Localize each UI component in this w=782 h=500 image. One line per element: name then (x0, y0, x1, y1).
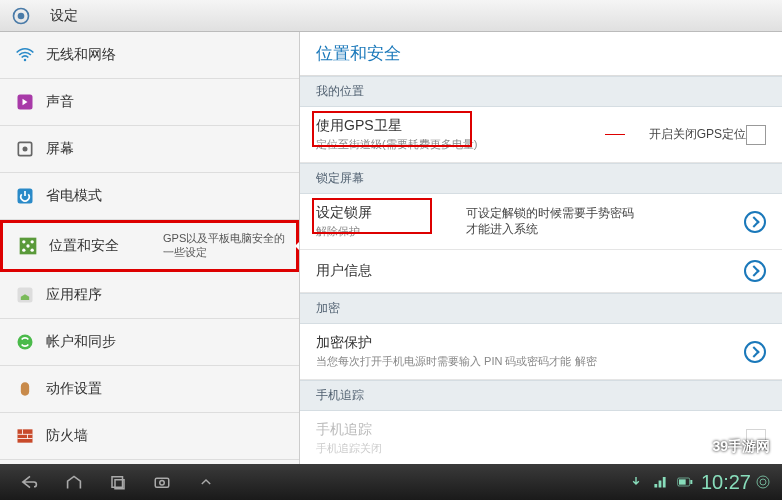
gps-checkbox[interactable] (746, 125, 766, 145)
app-header: 设定 (0, 0, 782, 32)
row-sub: 手机追踪关闭 (316, 441, 746, 456)
svg-point-14 (18, 335, 33, 350)
gear-icon (10, 5, 32, 27)
row-sub: 定位至街道级(需要耗费更多电量) (316, 137, 601, 152)
download-icon (629, 475, 643, 489)
svg-point-29 (760, 479, 766, 485)
sidebar: 无线和网络 声音 屏幕 省电模式 位置和安全 GPS以及平板电脑安全的一些设定 … (0, 32, 300, 464)
row-title: 加密保护 (316, 334, 744, 352)
battery-icon (677, 476, 693, 488)
apps-icon (14, 284, 36, 306)
recent-button[interactable] (98, 468, 138, 496)
screenshot-button[interactable] (142, 468, 182, 496)
clock[interactable]: 10:27 (701, 471, 772, 494)
annotation-text: 可设定解锁的时候需要手势密码 才能进入系统 (466, 206, 634, 237)
sidebar-item-firewall[interactable]: 防火墙 (0, 413, 299, 460)
svg-point-1 (18, 12, 25, 19)
row-title: 用户信息 (316, 262, 744, 280)
svg-point-24 (160, 481, 165, 486)
svg-point-10 (22, 249, 25, 252)
firewall-icon (14, 425, 36, 447)
svg-point-5 (23, 147, 28, 152)
sidebar-item-sound[interactable]: 声音 (0, 79, 299, 126)
section-encryption: 加密 (300, 293, 782, 324)
sidebar-label: 无线和网络 (46, 46, 116, 64)
content-panel: 位置和安全 我的位置 使用GPS卫星 定位至街道级(需要耗费更多电量) 开启关闭… (300, 32, 782, 464)
svg-point-28 (757, 476, 769, 488)
signal-icon (653, 475, 667, 489)
annotation-line (605, 134, 625, 135)
section-phone-trace: 手机追踪 (300, 380, 782, 411)
back-button[interactable] (10, 468, 50, 496)
wifi-icon (14, 44, 36, 66)
svg-point-12 (26, 244, 29, 247)
sidebar-label: 位置和安全 (49, 237, 119, 255)
sidebar-item-wireless[interactable]: 无线和网络 (0, 32, 299, 79)
menu-up-button[interactable] (186, 468, 226, 496)
row-title: 设定锁屏 (316, 204, 446, 222)
content-title: 位置和安全 (300, 32, 782, 76)
chevron-right-icon[interactable] (744, 260, 766, 282)
row-trace: 手机追踪 手机追踪关闭 (300, 411, 782, 464)
sidebar-item-power[interactable]: 省电模式 (0, 173, 299, 220)
sidebar-label: 帐户和同步 (46, 333, 116, 351)
sidebar-label: 屏幕 (46, 140, 74, 158)
chevron-right-icon[interactable] (744, 341, 766, 363)
svg-rect-21 (112, 477, 123, 488)
row-userinfo[interactable]: 用户信息 (300, 250, 782, 293)
row-sub: 解除保护 (316, 224, 446, 239)
sidebar-label: 应用程序 (46, 286, 102, 304)
sidebar-item-display[interactable]: 屏幕 (0, 126, 299, 173)
watermark: 39手游网 (712, 438, 770, 456)
sync-icon (14, 331, 36, 353)
row-encrypt[interactable]: 加密保护 当您每次打开手机电源时需要输入 PIN 码或密码才能 解密 (300, 324, 782, 380)
sidebar-item-accounts[interactable]: 帐户和同步 (0, 319, 299, 366)
power-icon (14, 185, 36, 207)
svg-point-8 (22, 240, 25, 243)
svg-point-2 (24, 59, 27, 62)
chevron-right-icon[interactable] (744, 211, 766, 233)
sound-icon (14, 91, 36, 113)
row-title: 使用GPS卫星 (316, 117, 601, 135)
display-icon (14, 138, 36, 160)
sidebar-label: 省电模式 (46, 187, 102, 205)
header-title: 设定 (50, 7, 78, 25)
annotation-text: 开启关闭GPS定位 (649, 127, 746, 143)
sidebar-item-privacy[interactable]: 隐私权 (0, 460, 299, 464)
sidebar-label: 声音 (46, 93, 74, 111)
row-sub: 当您每次打开手机电源时需要输入 PIN 码或密码才能 解密 (316, 354, 744, 369)
sidebar-item-motion[interactable]: 动作设置 (0, 366, 299, 413)
svg-rect-26 (679, 479, 686, 484)
location-icon (17, 235, 39, 257)
svg-rect-15 (18, 429, 33, 442)
sidebar-note: GPS以及平板电脑安全的一些设定 (163, 231, 296, 260)
motion-icon (14, 378, 36, 400)
sidebar-label: 动作设置 (46, 380, 102, 398)
sidebar-label: 防火墙 (46, 427, 88, 445)
sidebar-item-apps[interactable]: 应用程序 (0, 272, 299, 319)
home-button[interactable] (54, 468, 94, 496)
svg-point-11 (31, 249, 34, 252)
svg-rect-23 (155, 478, 169, 487)
svg-point-9 (31, 240, 34, 243)
section-my-location: 我的位置 (300, 76, 782, 107)
section-lock-screen: 锁定屏幕 (300, 163, 782, 194)
svg-rect-27 (690, 480, 692, 484)
row-gps[interactable]: 使用GPS卫星 定位至街道级(需要耗费更多电量) 开启关闭GPS定位 (300, 107, 782, 163)
sidebar-item-location[interactable]: 位置和安全 GPS以及平板电脑安全的一些设定 (0, 220, 299, 272)
row-screenlock[interactable]: 设定锁屏 解除保护 可设定解锁的时候需要手势密码 才能进入系统 (300, 194, 782, 250)
row-title: 手机追踪 (316, 421, 746, 439)
system-navbar: 10:27 (0, 464, 782, 500)
status-icons[interactable] (629, 475, 693, 489)
